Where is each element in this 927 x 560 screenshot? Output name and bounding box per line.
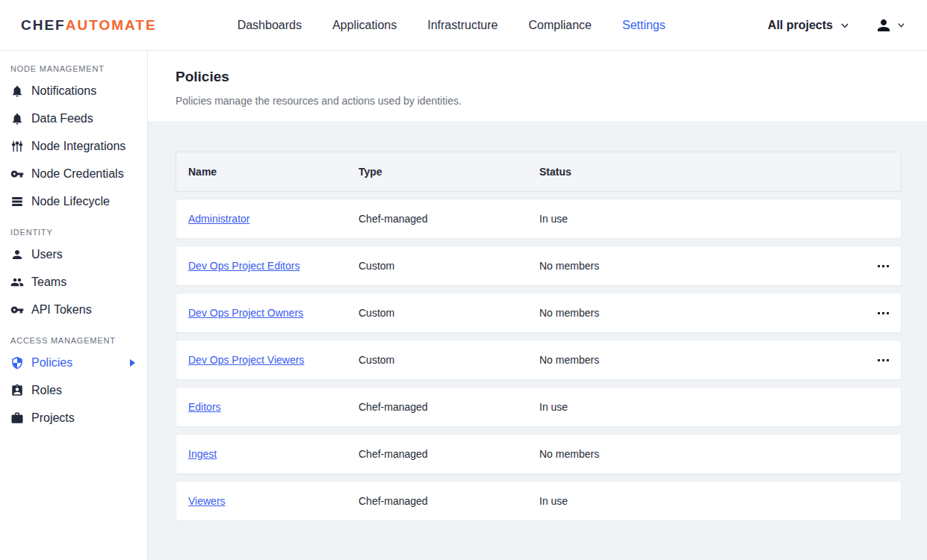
table-row: ViewersChef-managedIn use: [176, 481, 902, 521]
chef-automate-logo[interactable]: CHEFAUTOMATE: [21, 17, 157, 34]
top-navigation: DashboardsApplicationsInfrastructureComp…: [238, 19, 666, 32]
sidebar-item-label: Node Credentials: [31, 167, 124, 181]
policy-link[interactable]: Ingest: [188, 448, 217, 460]
policy-type-cell: Chef-managed: [359, 213, 539, 225]
policy-name-cell: Ingest: [176, 448, 359, 460]
table-row: AdministratorChef-managedIn use: [176, 199, 902, 239]
policy-type-cell: Chef-managed: [359, 401, 539, 413]
column-header-type: Type: [359, 166, 539, 178]
content-area: Policies Policies manage the resources a…: [148, 51, 927, 560]
policies-table: Name Type Status AdministratorChef-manag…: [176, 152, 902, 521]
nav-item-infrastructure[interactable]: Infrastructure: [427, 19, 497, 32]
sidebar-item-projects[interactable]: Projects: [0, 404, 147, 432]
sidebar-item-label: Policies: [31, 356, 72, 370]
sidebar-item-policies[interactable]: Policies: [0, 349, 147, 376]
policy-status-cell: In use: [539, 401, 865, 413]
nav-item-compliance[interactable]: Compliance: [528, 19, 591, 32]
row-options-menu-button[interactable]: [875, 306, 892, 320]
column-header-status: Status: [539, 166, 865, 178]
sidebar-item-label: Teams: [31, 276, 66, 289]
sidebar-item-node-integrations[interactable]: Node Integrations: [0, 132, 147, 160]
table-row: IngestChef-managedNo members: [176, 434, 902, 474]
sidebar-item-label: Users: [31, 248, 63, 261]
table-row: Dev Ops Project OwnersCustomNo members: [176, 293, 902, 333]
ellipsis-icon: [887, 312, 889, 314]
user-menu[interactable]: [875, 16, 906, 34]
policy-link[interactable]: Editors: [188, 401, 221, 413]
ellipsis-icon: [887, 359, 889, 361]
settings-sidebar: NODE MANAGEMENTNotificationsData FeedsNo…: [0, 51, 148, 560]
row-options-menu-button[interactable]: [875, 259, 892, 273]
sidebar-section-node-management: NODE MANAGEMENTNotificationsData FeedsNo…: [0, 64, 147, 215]
row-options-menu-button[interactable]: [875, 353, 892, 367]
key-icon: [10, 303, 24, 317]
logo-chef-text: CHEF: [21, 17, 66, 34]
sidebar-item-label: Projects: [31, 411, 75, 425]
sidebar-item-notifications[interactable]: Notifications: [0, 77, 147, 105]
page-header: Policies Policies manage the resources a…: [148, 51, 927, 121]
policy-link[interactable]: Dev Ops Project Editors: [188, 260, 300, 272]
rows-icon: [10, 195, 24, 208]
policy-name-cell: Dev Ops Project Viewers: [176, 354, 359, 366]
page-subtitle: Policies manage the resources and action…: [176, 95, 927, 107]
page-body: Name Type Status AdministratorChef-manag…: [148, 121, 927, 560]
sliders-icon: [10, 140, 24, 153]
triangle-right-icon[interactable]: [130, 359, 135, 367]
sidebar-item-users[interactable]: Users: [0, 240, 147, 268]
projects-filter-dropdown[interactable]: All projects: [768, 19, 849, 32]
policy-status-cell: In use: [539, 213, 865, 225]
table-row: Dev Ops Project ViewersCustomNo members: [176, 340, 902, 380]
policy-link[interactable]: Dev Ops Project Owners: [188, 307, 303, 319]
column-header-name: Name: [176, 166, 359, 178]
policy-link[interactable]: Administrator: [188, 213, 249, 225]
ellipsis-icon: [882, 265, 884, 267]
projects-filter-label: All projects: [768, 19, 833, 32]
ellipsis-icon: [878, 359, 880, 361]
chevron-down-icon: [897, 21, 906, 30]
policy-status-cell: In use: [539, 495, 865, 507]
policy-type-cell: Chef-managed: [359, 495, 539, 507]
policy-status-cell: No members: [539, 260, 865, 272]
logo-automate-text: AUTOMATE: [66, 17, 157, 34]
page-title: Policies: [176, 69, 927, 85]
chevron-down-icon: [840, 21, 849, 30]
bell-icon: [10, 84, 24, 98]
sidebar-item-api-tokens[interactable]: API Tokens: [0, 296, 147, 323]
sidebar-item-node-lifecycle[interactable]: Node Lifecycle: [0, 187, 147, 215]
ellipsis-icon: [882, 359, 884, 361]
sidebar-item-teams[interactable]: Teams: [0, 268, 147, 296]
sidebar-section-identity: IDENTITYUsersTeamsAPI Tokens: [0, 228, 147, 323]
sidebar-item-label: Roles: [31, 384, 62, 397]
person-icon: [10, 248, 24, 261]
policy-link[interactable]: Viewers: [188, 495, 226, 507]
sidebar-section-title: IDENTITY: [10, 228, 147, 237]
sidebar-section-title: ACCESS MANAGEMENT: [10, 336, 147, 345]
table-row: EditorsChef-managedIn use: [176, 387, 902, 427]
nav-item-settings[interactable]: Settings: [622, 19, 666, 32]
ellipsis-icon: [882, 312, 884, 314]
policy-status-cell: No members: [539, 354, 865, 366]
row-menu-cell: [865, 306, 901, 320]
top-bar: CHEFAUTOMATE DashboardsApplicationsInfra…: [0, 0, 927, 51]
table-body: AdministratorChef-managedIn useDev Ops P…: [176, 199, 902, 521]
ellipsis-icon: [878, 312, 880, 314]
policy-name-cell: Viewers: [176, 495, 359, 507]
sidebar-item-label: API Tokens: [31, 303, 92, 317]
main-layout: NODE MANAGEMENTNotificationsData FeedsNo…: [0, 51, 927, 560]
sidebar-item-node-credentials[interactable]: Node Credentials: [0, 160, 147, 187]
ellipsis-icon: [878, 265, 880, 267]
nav-item-dashboards[interactable]: Dashboards: [238, 19, 302, 32]
group-icon: [10, 276, 24, 289]
row-menu-cell: [865, 259, 901, 273]
sidebar-item-label: Notifications: [31, 84, 96, 98]
policy-type-cell: Custom: [359, 354, 539, 366]
nav-item-applications[interactable]: Applications: [332, 19, 397, 32]
policy-name-cell: Dev Ops Project Owners: [176, 307, 359, 319]
sidebar-item-roles[interactable]: Roles: [0, 376, 147, 404]
policy-type-cell: Chef-managed: [359, 448, 539, 460]
policy-type-cell: Custom: [359, 307, 539, 319]
shield-icon: [10, 356, 24, 370]
sidebar-item-data-feeds[interactable]: Data Feeds: [0, 105, 147, 132]
policy-link[interactable]: Dev Ops Project Viewers: [188, 354, 304, 366]
policy-name-cell: Dev Ops Project Editors: [176, 260, 359, 272]
